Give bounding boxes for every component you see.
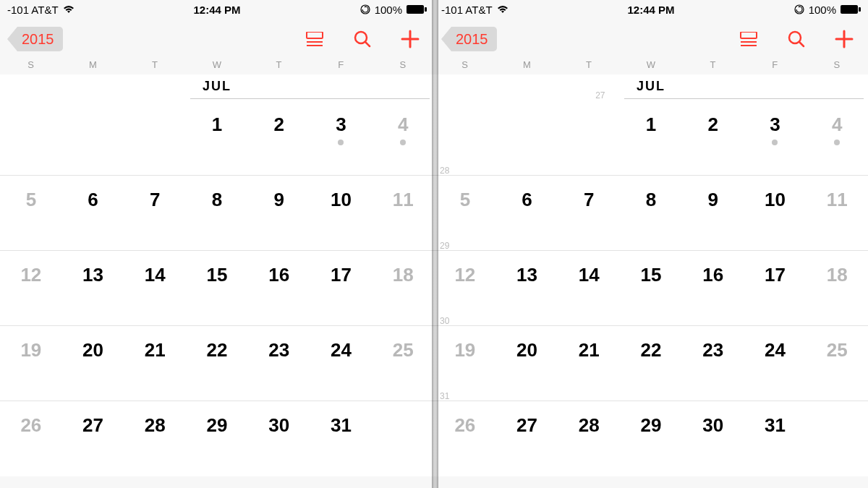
day-cell[interactable]: 21 (558, 326, 620, 401)
day-cell[interactable]: 14 (558, 251, 620, 325)
search-button[interactable] (352, 28, 373, 50)
day-cell[interactable]: 8 (186, 176, 248, 250)
day-number: 22 (641, 339, 662, 361)
day-cell[interactable]: 3 (744, 100, 807, 175)
day-cell[interactable] (558, 100, 620, 175)
back-button[interactable]: 2015 (7, 27, 63, 51)
day-cell[interactable]: 31 (310, 401, 373, 476)
day-cell[interactable]: 19 (434, 326, 496, 401)
day-cell[interactable]: 25 (806, 326, 868, 401)
add-button[interactable] (399, 28, 421, 50)
day-cell[interactable]: 18 (372, 251, 434, 325)
day-cell[interactable]: 20 (496, 326, 558, 401)
day-cell[interactable] (372, 401, 434, 476)
day-cell[interactable]: 12 (0, 251, 62, 325)
day-cell[interactable]: 28 (124, 401, 186, 476)
day-cell[interactable] (806, 401, 868, 476)
list-view-button[interactable] (304, 28, 326, 50)
day-cell[interactable]: 4 (806, 100, 868, 175)
day-cell[interactable]: 16 (682, 251, 744, 325)
day-cell[interactable]: 28 (558, 401, 620, 476)
day-cell[interactable]: 5 (434, 176, 496, 250)
day-cell[interactable]: 9 (248, 176, 310, 250)
day-cell[interactable] (62, 100, 124, 175)
day-number: 25 (827, 339, 848, 361)
day-cell[interactable]: 24 (744, 326, 807, 401)
phone-left: -101 AT&T 12:44 PM 100% 2015 (0, 0, 434, 488)
day-cell[interactable]: 24 (310, 326, 373, 401)
day-cell[interactable]: 5 (0, 176, 62, 250)
day-cell[interactable]: 7 (124, 176, 186, 250)
day-number: 13 (516, 264, 537, 286)
day-cell[interactable]: 20 (62, 326, 124, 401)
search-button[interactable] (786, 28, 807, 50)
day-cell[interactable]: 26 (0, 401, 62, 476)
day-number: 17 (765, 264, 786, 286)
day-cell[interactable]: 7 (558, 176, 620, 250)
day-cell[interactable]: 27 (62, 401, 124, 476)
day-cell[interactable] (496, 100, 558, 175)
carrier-text: -101 AT&T (7, 4, 59, 16)
day-cell[interactable]: 19 (0, 326, 62, 401)
day-cell[interactable]: 13 (496, 251, 558, 325)
weekday-label: T (248, 59, 310, 70)
day-number: 16 (268, 264, 289, 286)
day-cell[interactable]: 12 (434, 251, 496, 325)
day-cell[interactable]: 6 (496, 176, 558, 250)
day-cell[interactable]: 11 (806, 176, 868, 250)
day-number: 14 (579, 264, 600, 286)
day-cell[interactable]: 26 (434, 401, 496, 476)
day-cell[interactable]: 29 (620, 401, 682, 476)
day-cell[interactable]: 10 (744, 176, 807, 250)
day-cell[interactable]: 16 (248, 251, 310, 325)
day-number: 29 (641, 414, 662, 437)
day-cell[interactable]: 23 (682, 326, 744, 401)
day-number: 27 (516, 414, 537, 437)
day-cell[interactable]: 27 (496, 401, 558, 476)
day-number: 15 (641, 264, 662, 286)
day-cell[interactable]: 4 (372, 100, 434, 175)
add-button[interactable] (833, 28, 855, 50)
month-grid[interactable]: JUL 27 123428567891011291213141516171830… (434, 74, 868, 476)
day-cell[interactable]: 22 (620, 326, 682, 401)
day-cell[interactable]: 30 (682, 401, 744, 476)
day-cell[interactable]: 13 (62, 251, 124, 325)
day-cell[interactable]: 9 (682, 176, 744, 250)
day-cell[interactable]: 30 (248, 401, 310, 476)
day-cell[interactable] (434, 100, 496, 175)
day-cell[interactable]: 3 (310, 100, 373, 175)
day-cell[interactable]: 22 (186, 326, 248, 401)
day-cell[interactable]: 2 (682, 100, 744, 175)
day-cell[interactable] (0, 100, 62, 175)
week-row: 31262728293031 (434, 401, 868, 476)
back-button[interactable]: 2015 (441, 27, 497, 51)
day-cell[interactable]: 23 (248, 326, 310, 401)
day-cell[interactable]: 14 (124, 251, 186, 325)
list-view-button[interactable] (738, 28, 760, 50)
day-cell[interactable]: 10 (310, 176, 373, 250)
wifi-icon (63, 5, 75, 14)
month-underline (190, 98, 430, 99)
day-cell[interactable]: 17 (744, 251, 807, 325)
day-cell[interactable]: 29 (186, 401, 248, 476)
day-number: 2 (274, 114, 284, 136)
month-grid[interactable]: JUL 27 123428567891011291213141516171830… (0, 74, 434, 476)
day-cell[interactable]: 15 (186, 251, 248, 325)
svg-rect-1 (407, 5, 424, 14)
day-cell[interactable]: 8 (620, 176, 682, 250)
day-cell[interactable] (124, 100, 186, 175)
day-cell[interactable]: 31 (744, 401, 807, 476)
day-cell[interactable]: 21 (124, 326, 186, 401)
day-cell[interactable]: 2 (248, 100, 310, 175)
day-cell[interactable]: 6 (62, 176, 124, 250)
day-cell[interactable]: 25 (372, 326, 434, 401)
day-cell[interactable]: 1 (620, 100, 682, 175)
day-cell[interactable]: 15 (620, 251, 682, 325)
day-cell[interactable]: 17 (310, 251, 373, 325)
day-number: 1 (212, 114, 222, 136)
chevron-left-icon (7, 27, 17, 51)
day-cell[interactable]: 1 (186, 100, 248, 175)
day-number: 7 (584, 189, 594, 211)
day-cell[interactable]: 11 (372, 176, 434, 250)
day-cell[interactable]: 18 (806, 251, 868, 325)
